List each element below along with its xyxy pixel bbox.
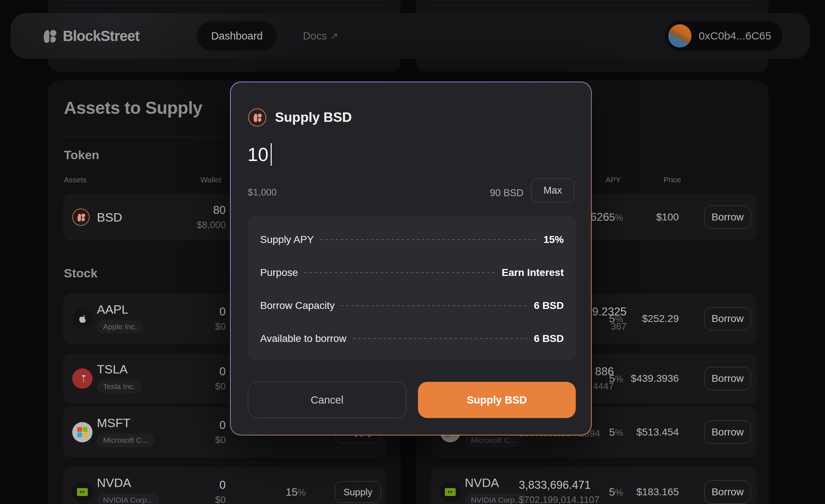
price-value: $183.165: [636, 486, 679, 498]
nvidia-logo-icon: [440, 482, 460, 502]
detail-row-borrow-capacity: Borrow Capacity 6 BSD: [260, 289, 564, 322]
apy-value: 15%: [278, 486, 314, 498]
amount-input[interactable]: 10: [247, 143, 272, 166]
amount-usd-value: $1,000: [248, 187, 277, 198]
section-token: Token: [64, 148, 99, 162]
apy-value: 5%: [598, 211, 634, 223]
wallet-balance: 0: [215, 419, 226, 432]
asset-name-badge: Tesla Inc.: [97, 380, 141, 393]
borrow-button[interactable]: Borrow: [704, 421, 751, 444]
price-value: $513.454: [636, 426, 679, 438]
dotted-leader: [320, 239, 537, 240]
asset-name-badge: Microsoft C...: [97, 433, 154, 447]
wallet-balance-usd: $0: [215, 434, 226, 446]
wallet-balance-usd: $8,000: [197, 219, 226, 231]
asset-name-badge: Apple Inc.: [97, 320, 143, 334]
asset-name-badge: NVIDIA Corp...: [97, 493, 159, 504]
borrow-button[interactable]: Borrow: [704, 480, 751, 504]
wallet-balance: 0: [215, 305, 226, 318]
price-value: $252.29: [642, 313, 679, 325]
available-balance: 90 BSD: [490, 187, 524, 199]
divider: [432, 5, 752, 5]
asset-symbol: NVDA: [97, 476, 131, 490]
wallet-balance-usd: $0: [215, 494, 226, 504]
asset-symbol: MSFT: [97, 416, 131, 430]
nvidia-logo-icon: [72, 482, 93, 502]
dotted-leader: [341, 305, 527, 306]
borrow-button[interactable]: Borrow: [704, 206, 751, 229]
column-header-price: Price: [648, 175, 681, 184]
brand[interactable]: BlockStreet: [41, 13, 139, 59]
supply-details-box: Supply APY 15% Purpose Earn Interest Bor…: [248, 216, 576, 360]
wallet-address: 0xC0b4...6C65: [699, 30, 771, 42]
wallet-button[interactable]: 0xC0b4...6C65: [665, 21, 782, 51]
price-value: $100: [656, 211, 679, 223]
asset-symbol: AAPL: [97, 302, 128, 317]
top-nav: BlockStreet Dashboard Docs ↗ 0xC0b4...6C…: [11, 13, 810, 59]
section-stock: Stock: [64, 266, 98, 280]
borrow-button[interactable]: Borrow: [704, 307, 751, 330]
confirm-supply-button[interactable]: Supply BSD: [418, 382, 576, 418]
dotted-leader: [304, 272, 495, 273]
text-cursor: [271, 143, 272, 166]
wallet-avatar: [668, 24, 691, 47]
column-header-wallet: Wallet: [168, 175, 221, 184]
detail-row-purpose: Purpose Earn Interest: [260, 256, 564, 289]
max-button[interactable]: Max: [531, 178, 574, 202]
borrow-button[interactable]: Borrow: [704, 367, 751, 390]
bsd-token-icon: [248, 108, 266, 127]
apy-value: 5%: [598, 486, 634, 498]
price-value: $439.3936: [631, 373, 679, 384]
wallet-balance: 0: [215, 479, 226, 492]
balance-usd: $702,199,014.1107: [519, 494, 599, 504]
apy-value: 5%: [598, 372, 634, 385]
brand-name: BlockStreet: [63, 28, 139, 44]
apy-value: 5%: [598, 426, 634, 438]
wallet-balance: 80: [197, 204, 226, 217]
apple-logo-icon: [72, 309, 93, 329]
blockstreet-logo-icon: [41, 28, 58, 44]
asset-symbol: BSD: [97, 210, 122, 224]
asset-symbol: TSLA: [97, 362, 128, 376]
column-header-apy: APY: [606, 175, 621, 184]
modal-title: Supply BSD: [275, 110, 352, 125]
asset-symbol: NVDA: [465, 476, 499, 490]
wallet-balance-usd: $0: [215, 321, 226, 332]
wallet-balance-usd: $0: [215, 381, 226, 392]
detail-row-available-to-borrow: Available to borrow 6 BSD: [260, 322, 564, 355]
table-row-nvda-borrow: NVDA NVIDIA Corp... 3,833,696.471 $702,1…: [431, 467, 756, 504]
detail-row-supply-apy: Supply APY 15%: [260, 223, 564, 256]
cancel-button[interactable]: Cancel: [248, 382, 406, 418]
docs-label: Docs: [303, 30, 327, 42]
wallet-balance: 0: [215, 365, 226, 378]
microsoft-logo-icon: [72, 422, 93, 442]
page-title: Assets to Supply: [64, 98, 202, 118]
balance: 3,833,696.471: [519, 479, 599, 492]
asset-name-badge: NVIDIA Corp...: [465, 493, 527, 504]
divider: [64, 5, 385, 5]
nav-docs-link[interactable]: Docs ↗: [303, 13, 338, 59]
table-row-nvda: NVDA NVIDIA Corp... 0 $0 15% Supply: [63, 467, 386, 504]
bsd-token-icon: [72, 208, 90, 226]
supply-button[interactable]: Supply: [335, 481, 381, 503]
external-link-icon: ↗: [331, 31, 338, 41]
dotted-leader: [353, 338, 528, 339]
column-header-assets: Assets: [64, 175, 87, 184]
tesla-logo-icon: [72, 368, 93, 389]
tab-dashboard[interactable]: Dashboard: [197, 21, 277, 50]
apy-value: 5%: [598, 313, 634, 325]
supply-modal: Supply BSD 10 $1,000 90 BSD Max Supply A…: [230, 82, 592, 435]
